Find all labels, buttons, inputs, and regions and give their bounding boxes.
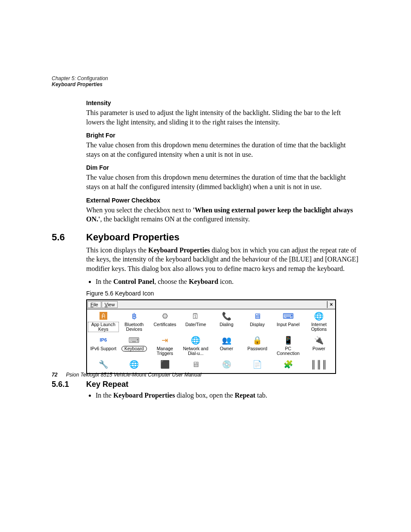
menu-view-rest: iew bbox=[108, 302, 115, 307]
dialog-close-button[interactable]: × bbox=[327, 301, 335, 308]
text-intensity: This parameter is used to adjust the lig… bbox=[86, 108, 359, 127]
icon-cell-unlabeled[interactable]: ⬛ bbox=[149, 359, 181, 372]
display-icon: 🖥 bbox=[252, 311, 262, 321]
icon-cell-display[interactable]: 🖥Display bbox=[242, 311, 273, 334]
b561-b: Keyboard Properties bbox=[113, 392, 175, 399]
icon-label: Dialing bbox=[219, 322, 234, 327]
b56-b: Control Panel bbox=[113, 278, 154, 285]
icon-cell-manage-triggers[interactable]: ⇥Manage Triggers bbox=[149, 335, 181, 358]
heading-bright-for: Bright For bbox=[86, 132, 359, 139]
icon-cell-dialing[interactable]: 📞Dialing bbox=[211, 311, 242, 334]
page-number: 72 bbox=[52, 372, 57, 378]
network-and-dial-u-icon: 🌐 bbox=[190, 335, 201, 345]
generic-icon: ⬛ bbox=[160, 359, 170, 370]
generic-icon: 🌐 bbox=[129, 359, 139, 370]
footer-title: Psion Teklogix 8515 Vehicle-Mount Comput… bbox=[66, 372, 201, 378]
section-5-6-para-a: This icon displays the bbox=[86, 246, 148, 254]
icon-cell-keyboard[interactable]: ⌨Keyboard bbox=[119, 335, 150, 358]
manage-triggers-icon: ⇥ bbox=[160, 335, 170, 345]
date-time-icon: 🗓 bbox=[190, 311, 201, 321]
icon-cell-unlabeled[interactable]: 🔧 bbox=[88, 359, 119, 372]
b561-d: Repeat bbox=[235, 392, 255, 399]
section-5-6-para: This icon displays the Keyboard Properti… bbox=[86, 246, 359, 274]
bluetooth-devices-icon: ฿ bbox=[129, 311, 139, 321]
icon-cell-pc-connection[interactable]: 📱PC Connection bbox=[273, 335, 304, 358]
icon-label: Network and Dial-u... bbox=[181, 346, 212, 356]
heading-ext-power: External Power Checkbox bbox=[86, 197, 359, 204]
section-5-6-1-number: 5.6.1 bbox=[52, 380, 86, 389]
figure-caption-5-6: Figure 5.6 Keyboard Icon bbox=[86, 290, 359, 297]
icon-cell-ipv6-support[interactable]: IP6IPv6 Support bbox=[88, 335, 119, 358]
icon-cell-date-time[interactable]: 🗓Date/Time bbox=[181, 311, 212, 334]
b561-e: tab. bbox=[255, 392, 268, 399]
icon-label: Certificates bbox=[153, 322, 177, 327]
keyboard-icon: ⌨ bbox=[129, 335, 139, 345]
icon-cell-owner[interactable]: 👥Owner bbox=[211, 335, 242, 358]
icon-label: IPv6 Support bbox=[89, 346, 117, 352]
section-5-6-para-bold: Keyboard Properties bbox=[148, 246, 210, 254]
icon-label: Power bbox=[311, 346, 326, 352]
text-ext-power-suffix: , the backlight remains ON at the config… bbox=[100, 215, 249, 223]
header-chapter: Chapter 5: Configuration bbox=[52, 75, 359, 81]
icon-cell-app-launch-keys[interactable]: 🅰App Launch Keys bbox=[88, 311, 119, 334]
menu-view[interactable]: View bbox=[102, 301, 118, 308]
b561-c: dialog box, open the bbox=[175, 392, 235, 399]
certificates-icon: ⚙ bbox=[160, 311, 170, 321]
password-icon: 🔒 bbox=[252, 335, 262, 345]
icon-label: Password bbox=[246, 346, 268, 352]
menu-file-rest: ile bbox=[93, 302, 98, 307]
internet-options-icon: 🌐 bbox=[314, 311, 324, 321]
icon-cell-bluetooth-devices[interactable]: ฿Bluetooth Devices bbox=[119, 311, 150, 334]
icon-cell-internet-options[interactable]: 🌐Internet Options bbox=[304, 311, 335, 334]
icon-cell-unlabeled[interactable]: ║║║ bbox=[304, 359, 335, 372]
generic-icon: 🖥 bbox=[190, 359, 201, 370]
menu-file[interactable]: File bbox=[87, 301, 101, 308]
generic-icon: 🧩 bbox=[283, 359, 293, 370]
dialing-icon: 📞 bbox=[221, 311, 232, 321]
icon-label: Date/Time bbox=[184, 322, 207, 327]
section-5-6-number: 5.6 bbox=[52, 232, 86, 243]
page-footer: 72Psion Teklogix 8515 Vehicle-Mount Comp… bbox=[52, 372, 201, 378]
header-section: Keyboard Properties bbox=[52, 81, 359, 87]
icon-cell-input-panel[interactable]: ⌨Input Panel bbox=[273, 311, 304, 334]
generic-icon: 📄 bbox=[252, 359, 262, 370]
generic-icon: ║║║ bbox=[314, 359, 324, 370]
b56-d: Keyboard bbox=[189, 278, 218, 285]
generic-icon: 💿 bbox=[221, 359, 232, 370]
icon-cell-unlabeled[interactable]: 💿 bbox=[211, 359, 242, 372]
b561-a: In the bbox=[96, 392, 113, 399]
icon-cell-network-and-dial-u[interactable]: 🌐Network and Dial-u... bbox=[181, 335, 212, 358]
b56-a: In the bbox=[96, 278, 113, 285]
control-panel-dialog: File View × 🅰App Launch Keys฿Bluetooth D… bbox=[86, 299, 336, 374]
pc-connection-icon: 📱 bbox=[283, 335, 293, 345]
owner-icon: 👥 bbox=[221, 335, 232, 345]
heading-dim-for: Dim For bbox=[86, 164, 359, 171]
text-dim-for: The value chosen from this dropdown menu… bbox=[86, 173, 359, 191]
icon-grid: 🅰App Launch Keys฿Bluetooth Devices⚙Certi… bbox=[87, 309, 335, 373]
icon-cell-certificates[interactable]: ⚙Certificates bbox=[149, 311, 181, 334]
input-panel-icon: ⌨ bbox=[283, 311, 293, 321]
icon-cell-power[interactable]: 🔌Power bbox=[304, 335, 335, 358]
icon-cell-unlabeled[interactable]: 🖥 bbox=[181, 359, 212, 372]
section-5-6-title: Keyboard Properties bbox=[86, 232, 179, 243]
b56-c: , choose the bbox=[154, 278, 189, 285]
app-launch-keys-icon: 🅰 bbox=[98, 311, 109, 321]
icon-label: Input Panel bbox=[276, 322, 300, 327]
icon-cell-unlabeled[interactable]: 📄 bbox=[242, 359, 273, 372]
icon-label: Keyboard bbox=[121, 346, 147, 352]
section-5-6-1-bullet: In the Keyboard Properties dialog box, o… bbox=[96, 391, 359, 400]
icon-cell-unlabeled[interactable]: 🌐 bbox=[119, 359, 150, 372]
icon-cell-password[interactable]: 🔒Password bbox=[242, 335, 273, 358]
icon-cell-unlabeled[interactable]: 🧩 bbox=[273, 359, 304, 372]
icon-label: Manage Triggers bbox=[149, 346, 181, 356]
section-5-6-1-title: Key Repeat bbox=[86, 380, 128, 389]
icon-label: App Launch Keys bbox=[88, 322, 119, 332]
b56-e: icon. bbox=[218, 278, 234, 285]
icon-label: Display bbox=[249, 322, 265, 327]
text-ext-power: When you select the checkbox next to 'Wh… bbox=[86, 205, 359, 224]
ipv6-support-icon: IP6 bbox=[98, 335, 109, 345]
generic-icon: 🔧 bbox=[98, 359, 109, 370]
power-icon: 🔌 bbox=[314, 335, 324, 345]
heading-intensity: Intensity bbox=[86, 100, 359, 106]
icon-label: Owner bbox=[219, 346, 234, 352]
